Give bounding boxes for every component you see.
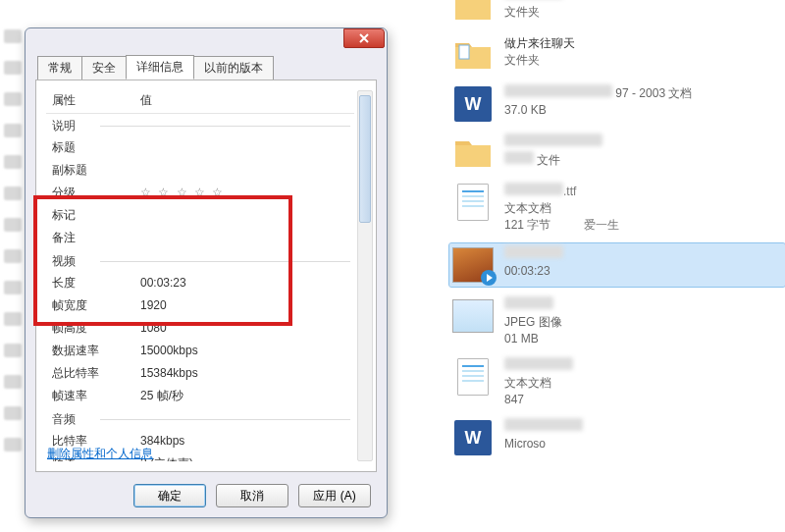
- file-meta2: 文件: [537, 153, 560, 167]
- column-headers: 属性 值: [46, 90, 354, 114]
- cancel-button[interactable]: 取消: [216, 484, 288, 507]
- file-meta1: JPEG 图像: [504, 315, 562, 329]
- section-description: 说明: [46, 114, 354, 136]
- close-button[interactable]: [343, 28, 385, 48]
- prop-framerate-val: 25 帧/秒: [140, 387, 354, 405]
- tab-details[interactable]: 详细信息: [126, 55, 194, 80]
- prop-notes-key: 备注: [52, 229, 140, 247]
- prop-title-key: 标题: [52, 138, 140, 157]
- file-ext: .ttf: [563, 185, 576, 198]
- file-meta1: 97 - 2003 文档: [615, 86, 692, 100]
- explorer-pane: 文件夹 做片来往聊天文件夹 W 97 - 2003 文档37.0 KB 文件 .…: [412, 0, 785, 532]
- prop-notes-val[interactable]: [140, 229, 354, 247]
- details-list: 属性 值 说明 标题 副标题 分级☆ ☆ ☆ ☆ ☆ 标记 备注 视频 长度00…: [46, 90, 354, 461]
- svg-rect-0: [459, 45, 469, 59]
- dialog-buttons: 确定 取消 应用 (A): [26, 484, 387, 507]
- prop-subtitle-val[interactable]: [140, 161, 354, 180]
- list-item[interactable]: 文件: [451, 133, 785, 173]
- scrollbar[interactable]: [357, 90, 373, 461]
- prop-audiobitrate-val: 384kbps: [140, 432, 354, 451]
- file-meta1: 00:03:23: [504, 264, 550, 278]
- tab-security[interactable]: 安全: [81, 56, 127, 80]
- prop-framerate-key: 帧速率: [52, 387, 140, 405]
- list-item[interactable]: 文件夹: [451, 0, 785, 26]
- trailing-text: 爱一生: [584, 218, 619, 232]
- apply-button[interactable]: 应用 (A): [298, 484, 371, 507]
- prop-framewidth-val: 1920: [140, 296, 354, 315]
- file-meta1: Microso: [504, 437, 546, 451]
- file-meta2: 37.0 KB: [504, 103, 547, 117]
- header-attribute: 属性: [52, 92, 140, 109]
- prop-rating-val[interactable]: ☆ ☆ ☆ ☆ ☆: [140, 184, 354, 202]
- list-item[interactable]: 做片来往聊天文件夹: [451, 35, 785, 75]
- prop-totalbitrate-key: 总比特率: [52, 364, 140, 383]
- list-item[interactable]: JPEG 图像01 MB: [451, 296, 785, 347]
- video-file-icon: [451, 245, 495, 285]
- list-item-selected[interactable]: 00:03:23: [449, 243, 785, 287]
- folder-icon: [451, 35, 495, 75]
- file-subtitle: 文件夹: [504, 5, 540, 19]
- text-file-icon: [451, 183, 495, 222]
- prop-frameheight-key: 帧高度: [52, 319, 140, 338]
- header-value: 值: [140, 92, 152, 109]
- file-meta2: 847: [504, 393, 524, 406]
- prop-subtitle-key: 副标题: [52, 161, 140, 180]
- image-file-icon: [451, 296, 495, 336]
- tab-previous-versions[interactable]: 以前的版本: [193, 56, 274, 80]
- properties-dialog: 常规 安全 详细信息 以前的版本 属性 值 说明 标题 副标题 分级☆ ☆ ☆ …: [25, 27, 388, 518]
- prop-datarate-key: 数据速率: [52, 342, 140, 360]
- file-meta2: 121 字节: [504, 218, 550, 232]
- tab-strip: 常规 安全 详细信息 以前的版本: [26, 56, 387, 80]
- list-item[interactable]: W Microso: [451, 418, 785, 457]
- list-item[interactable]: .ttf文本文档121 字节 爱一生: [451, 183, 785, 234]
- file-meta1: 文本文档: [504, 201, 551, 215]
- prop-datarate-val: 15000kbps: [140, 342, 354, 360]
- details-panel: 属性 值 说明 标题 副标题 分级☆ ☆ ☆ ☆ ☆ 标记 备注 视频 长度00…: [35, 80, 377, 472]
- word-icon: W: [451, 418, 495, 457]
- prop-frameheight-val: 1080: [140, 319, 354, 338]
- file-name: 做片来往聊天: [504, 36, 575, 50]
- text-file-icon: [451, 357, 495, 397]
- folder-icon: [451, 133, 495, 173]
- remove-properties-link[interactable]: 删除属性和个人信息: [47, 446, 153, 462]
- scrollbar-thumb[interactable]: [359, 95, 371, 223]
- ok-button[interactable]: 确定: [133, 484, 206, 507]
- prop-title-val[interactable]: [140, 138, 354, 157]
- prop-totalbitrate-val: 15384kbps: [140, 364, 354, 383]
- list-item[interactable]: 文本文档847: [451, 357, 785, 408]
- prop-length-key: 长度: [52, 274, 140, 293]
- word-icon: W: [451, 84, 495, 124]
- prop-rating-key: 分级: [52, 184, 140, 202]
- file-meta2: 01 MB: [504, 332, 539, 346]
- tab-general[interactable]: 常规: [37, 56, 82, 80]
- folder-icon: [451, 0, 495, 26]
- close-icon: [358, 32, 370, 44]
- titlebar: [26, 28, 387, 56]
- file-subtitle: 文件夹: [504, 53, 540, 67]
- file-meta1: 文本文档: [504, 376, 551, 390]
- prop-tags-val[interactable]: [140, 206, 354, 225]
- prop-framewidth-key: 帧宽度: [52, 296, 140, 315]
- prop-length-val: 00:03:23: [140, 274, 354, 293]
- prop-tags-key: 标记: [52, 206, 140, 225]
- section-video: 视频: [46, 249, 354, 272]
- list-item[interactable]: W 97 - 2003 文档37.0 KB: [451, 84, 785, 124]
- section-audio: 音频: [46, 407, 354, 430]
- prop-channels-val: 2 (立体声): [140, 454, 354, 461]
